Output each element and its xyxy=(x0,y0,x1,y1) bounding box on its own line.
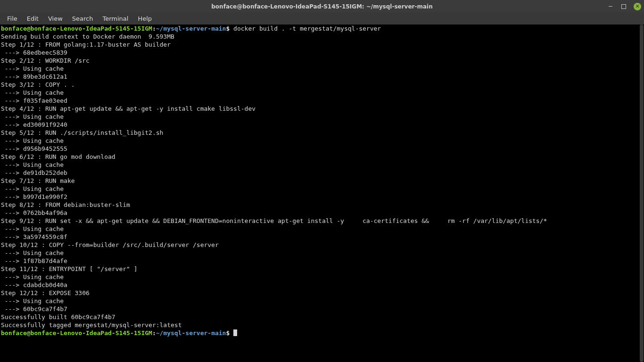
menu-file[interactable]: File xyxy=(3,14,22,24)
terminal-line: Step 3/12 : COPY . . xyxy=(1,81,643,89)
minimize-icon[interactable] xyxy=(607,3,614,10)
terminal-line: Step 2/12 : WORKDIR /src xyxy=(1,57,643,65)
terminal-line: ---> Using cache xyxy=(1,161,643,169)
menu-view[interactable]: View xyxy=(44,14,67,24)
terminal-line: Step 12/12 : EXPOSE 3306 xyxy=(1,289,643,297)
prompt-separator: : xyxy=(152,25,156,32)
terminal-line: ---> ed30091f9240 xyxy=(1,121,643,129)
maximize-icon[interactable] xyxy=(620,3,627,10)
terminal-line: ---> d956b9452555 xyxy=(1,145,643,153)
menubar: File Edit View Search Terminal Help xyxy=(0,13,644,25)
terminal-content[interactable]: bonface@bonface-Lenovo-IdeaPad-S145-15IG… xyxy=(0,25,644,362)
prompt-user-host: bonface@bonface-Lenovo-IdeaPad-S145-15IG… xyxy=(1,25,152,32)
terminal-line: ---> de91db252deb xyxy=(1,169,643,177)
terminal-line: ---> Using cache xyxy=(1,273,643,281)
command-text: docker build . -t mergestat/mysql-server xyxy=(230,25,381,32)
menu-edit[interactable]: Edit xyxy=(23,14,43,24)
terminal-line: Step 8/12 : FROM debian:buster-slim xyxy=(1,201,643,209)
terminal-line: Successfully built 60bc9ca7f4b7 xyxy=(1,313,643,321)
terminal-line: ---> cdabdcb0d40a xyxy=(1,281,643,289)
terminal-line: ---> Using cache xyxy=(1,225,643,233)
terminal-line: Step 11/12 : ENTRYPOINT [ "/server" ] xyxy=(1,265,643,273)
titlebar: bonface@bonface-Lenovo-IdeaPad-S145-15IG… xyxy=(0,0,644,13)
terminal-line: ---> 3a5974559c8f xyxy=(1,233,643,241)
terminal-line: ---> Using cache xyxy=(1,65,643,73)
terminal-line: ---> 1f87b87d4afe xyxy=(1,257,643,265)
window-title: bonface@bonface-Lenovo-IdeaPad-S145-15IG… xyxy=(211,3,432,10)
terminal-line: Sending build context to Docker daemon 9… xyxy=(1,33,643,41)
terminal-line: ---> Using cache xyxy=(1,113,643,121)
terminal-line: ---> 60bc9ca7f4b7 xyxy=(1,305,643,313)
terminal-line: ---> Using cache xyxy=(1,89,643,97)
menu-help[interactable]: Help xyxy=(133,14,156,24)
terminal-line: Step 7/12 : RUN make xyxy=(1,177,643,185)
terminal-line: Step 4/12 : RUN apt-get update && apt-ge… xyxy=(1,105,643,113)
terminal-line: ---> f035fae03eed xyxy=(1,97,643,105)
terminal-line: Successfully tagged mergestat/mysql-serv… xyxy=(1,321,643,329)
menu-terminal[interactable]: Terminal xyxy=(98,14,132,24)
cursor xyxy=(233,329,237,336)
scrollbar-thumb[interactable] xyxy=(640,25,644,362)
terminal-line: Step 5/12 : RUN ./scripts/install_libgit… xyxy=(1,129,643,137)
terminal-line: ---> Using cache xyxy=(1,249,643,257)
prompt-path: ~/mysql-server-main xyxy=(156,25,226,32)
terminal-line: ---> 68edbeec5839 xyxy=(1,49,643,57)
window-controls: ✕ xyxy=(607,0,641,13)
terminal-line: ---> 89be3dc612a1 xyxy=(1,73,643,81)
terminal-line: ---> 0762bb4af96a xyxy=(1,209,643,217)
terminal-line: Step 9/12 : RUN set -x && apt-get update… xyxy=(1,217,643,225)
prompt-path: ~/mysql-server-main xyxy=(156,329,226,337)
terminal-line: ---> Using cache xyxy=(1,137,643,145)
terminal-line: ---> Using cache xyxy=(1,185,643,193)
terminal-line: Step 6/12 : RUN go mod download xyxy=(1,153,643,161)
terminal-line: ---> b997d1e990f2 xyxy=(1,193,643,201)
terminal-line: Step 10/12 : COPY --from=builder /src/.b… xyxy=(1,241,643,249)
terminal-line: bonface@bonface-Lenovo-IdeaPad-S145-15IG… xyxy=(1,329,643,337)
terminal-line: bonface@bonface-Lenovo-IdeaPad-S145-15IG… xyxy=(1,25,643,33)
menu-search[interactable]: Search xyxy=(68,14,98,24)
scrollbar[interactable] xyxy=(639,25,644,362)
prompt-separator: : xyxy=(152,329,156,337)
terminal-line: ---> Using cache xyxy=(1,297,643,305)
terminal-line: Step 1/12 : FROM golang:1.17-buster AS b… xyxy=(1,41,643,49)
close-icon[interactable]: ✕ xyxy=(634,3,641,10)
prompt-user-host: bonface@bonface-Lenovo-IdeaPad-S145-15IG… xyxy=(1,329,152,337)
